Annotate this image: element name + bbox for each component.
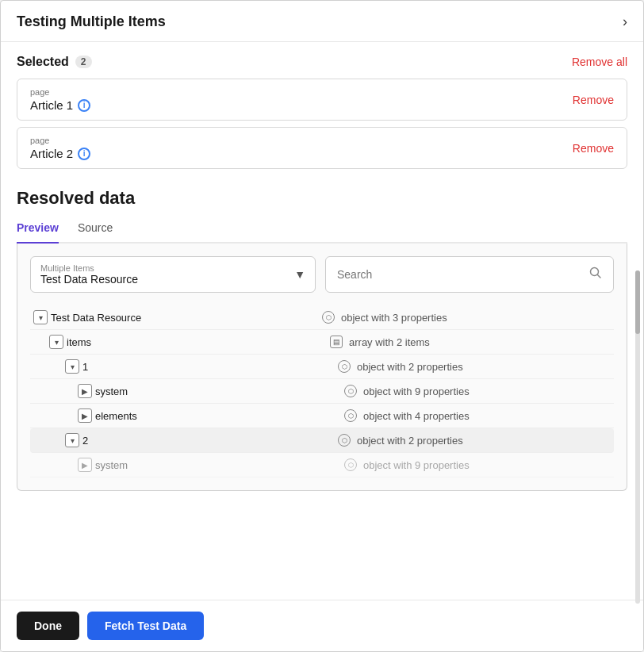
expand-icon[interactable]: ▶ [78,408,92,423]
panel-body: Selected 2 Remove all page Article 1 i R… [1,42,643,600]
selected-header: Selected 2 Remove all [17,55,627,69]
scrollbar-thumb[interactable] [635,270,640,334]
resource-dropdown[interactable]: Multiple Items Test Data Resource ▼ [30,256,316,293]
object-icon: ⬡ [344,385,357,397]
resolved-title: Resolved data [17,188,627,209]
tree-row: ▶ system ⬡ object with 9 properties [30,453,614,477]
tree-node-name: Test Data Resource [51,312,141,324]
resolved-section: Resolved data Preview Source Multiple It… [17,188,627,491]
tree-row: ▾ items ▤ array with 2 items [30,330,614,355]
tree-row: ▾ Test Data Resource ⬡ object with 3 pro… [30,305,614,330]
tree-right: ⬡ object with 2 properties [338,360,611,373]
object-icon: ⬡ [344,409,357,422]
expand-icon[interactable]: ▾ [65,359,79,374]
item-name: Article 1 i [30,98,90,112]
search-control [325,256,614,293]
prop-label: object with 3 properties [341,312,447,324]
tree-right: ⬡ object with 2 properties [338,434,611,447]
remove-item-2-button[interactable]: Remove [573,142,614,155]
dropdown-label: Multiple Items [40,263,138,273]
tree-left: ▶ system [78,384,344,398]
dropdown-value: Test Data Resource [40,273,138,286]
selected-item: page Article 2 i Remove [17,127,627,169]
selected-text: Selected [17,55,69,69]
tab-preview[interactable]: Preview [17,221,59,244]
tree-node-name: elements [95,410,137,422]
tree-node-name: system [95,385,128,397]
done-button[interactable]: Done [17,612,79,640]
expand-icon[interactable]: ▾ [49,335,63,349]
panel: Testing Multiple Items › Selected 2 Remo… [0,0,644,652]
remove-item-1-button[interactable]: Remove [573,94,614,106]
expand-icon[interactable]: ▾ [33,310,48,324]
tree-node-name: 2 [82,435,88,447]
tree-left: ▾ 1 [65,359,338,374]
array-icon: ▤ [330,336,343,348]
prop-label: object with 9 properties [363,385,470,397]
search-icon [589,267,602,282]
fetch-test-data-button[interactable]: Fetch Test Data [87,612,204,640]
tree-row: ▾ 2 ⬡ object with 2 properties [30,428,614,453]
object-icon: ⬡ [322,311,335,324]
tree-node-name: system [95,459,128,471]
prop-label: object with 9 properties [363,459,470,471]
object-icon: ⬡ [344,458,357,471]
prop-label: array with 2 items [349,336,430,348]
expand-icon[interactable]: ▾ [65,433,79,447]
object-icon: ⬡ [338,434,351,447]
item-name: Article 2 i [30,147,90,160]
tree-container: ▾ Test Data Resource ⬡ object with 3 pro… [30,305,614,477]
prop-label: object with 2 properties [357,435,463,447]
panel-title: Testing Multiple Items [17,13,166,30]
remove-all-button[interactable]: Remove all [572,56,627,68]
item-info: page Article 1 i [30,87,90,112]
tree-right: ⬡ object with 9 properties [344,458,611,471]
expand-icon[interactable]: ▶ [78,458,92,472]
scrollbar-track [635,270,640,604]
dropdown-text: Multiple Items Test Data Resource [40,263,138,286]
selected-items-list: page Article 1 i Remove page Article 2 i [17,79,627,169]
dropdown-arrow-icon: ▼ [294,268,305,281]
object-icon: ⬡ [338,360,351,373]
preview-controls: Multiple Items Test Data Resource ▼ [30,256,614,293]
selected-label: Selected 2 [17,55,92,69]
tree-node-name: 1 [82,361,88,373]
tree-right: ▤ array with 2 items [330,336,611,348]
tree-left: ▾ Test Data Resource [33,310,322,324]
tree-right: ⬡ object with 4 properties [344,409,611,422]
info-icon[interactable]: i [78,148,90,160]
selected-count-badge: 2 [75,56,92,68]
tab-source[interactable]: Source [78,221,113,244]
tree-row: ▶ elements ⬡ object with 4 properties [30,404,614,428]
item-type: page [30,136,90,145]
preview-content: Multiple Items Test Data Resource ▼ [17,244,627,491]
item-type: page [30,87,90,97]
tree-left: ▾ 2 [65,433,338,447]
prop-label: object with 4 properties [363,410,470,422]
item-info: page Article 2 i [30,136,90,160]
tree-node-name: items [67,336,91,348]
selected-item: page Article 1 i Remove [17,79,627,121]
info-icon[interactable]: i [78,99,90,112]
tree-left: ▾ items [49,335,330,349]
search-input[interactable] [337,268,583,281]
tabs-container: Preview Source [17,221,627,244]
svg-line-1 [598,275,601,278]
tree-right: ⬡ object with 3 properties [322,311,611,324]
tree-left: ▶ system [78,458,344,472]
panel-header: Testing Multiple Items › [1,1,643,42]
chevron-right-icon[interactable]: › [623,13,627,30]
panel-footer: Done Fetch Test Data [1,600,643,651]
prop-label: object with 2 properties [357,361,463,373]
tree-right: ⬡ object with 9 properties [344,385,611,397]
tree-row: ▾ 1 ⬡ object with 2 properties [30,355,614,379]
tree-row: ▶ system ⬡ object with 9 properties [30,379,614,404]
expand-icon[interactable]: ▶ [78,384,92,398]
tree-left: ▶ elements [78,408,344,423]
